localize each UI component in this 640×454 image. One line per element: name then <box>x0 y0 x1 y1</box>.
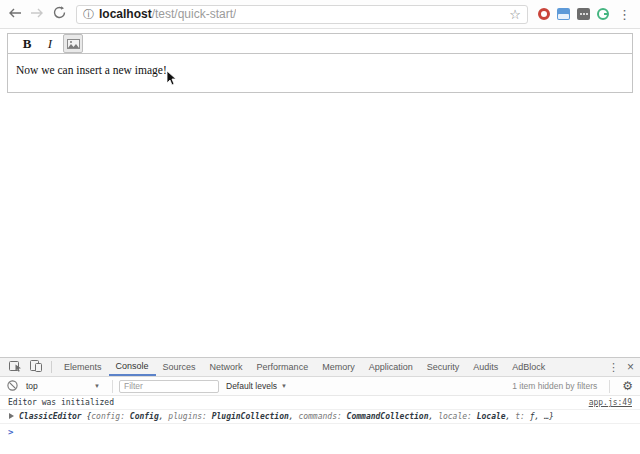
browser-toolbar: ⓘ localhost/test/quick-start/ ☆ ⋮ <box>0 0 640 29</box>
object-preview-part: t: <box>515 412 525 421</box>
blue-window-extension-icon[interactable] <box>557 8 570 20</box>
devtools-tab-elements[interactable]: Elements <box>57 358 109 376</box>
rich-text-editor: B I Now we can insert a new image! <box>7 33 633 93</box>
url-text: localhost/test/quick-start/ <box>99 7 236 21</box>
object-preview-part: , <box>506 412 516 421</box>
italic-button[interactable]: I <box>40 34 60 53</box>
object-preview-part: , <box>159 412 169 421</box>
console-prompt-row[interactable]: > <box>0 424 640 440</box>
inspect-element-button[interactable] <box>5 358 26 376</box>
object-preview-part: commands: <box>298 412 341 421</box>
browser-window: ⓘ localhost/test/quick-start/ ☆ ⋮ B I <box>0 0 640 454</box>
console-object-row: ClassicEditor {config: Config, plugins: … <box>0 410 640 424</box>
page-content: B I Now we can insert a new image! <box>0 29 640 357</box>
object-preview-part: config: <box>91 412 125 421</box>
context-label: top <box>26 381 38 391</box>
chevron-down-icon: ▼ <box>94 383 100 389</box>
devtools-tab-application[interactable]: Application <box>362 358 420 376</box>
browser-menu-icon[interactable]: ⋮ <box>613 8 634 21</box>
object-preview-part: , <box>289 412 299 421</box>
source-location-link[interactable]: app.js:49 <box>589 398 632 407</box>
console-toolbar-right: 1 item hidden by filters ⚙ <box>512 380 633 393</box>
devtools-tab-adblock[interactable]: AdBlock <box>505 358 552 376</box>
clear-console-button[interactable] <box>7 380 18 393</box>
page-info-icon[interactable]: ⓘ <box>83 9 94 20</box>
expand-triangle-icon[interactable] <box>9 413 14 419</box>
console-log-row: Editor was initialized app.js:49 <box>0 396 640 410</box>
devtools-tab-console[interactable]: Console <box>109 358 156 376</box>
object-preview-part: Locale <box>477 412 506 421</box>
chevron-down-icon: ▼ <box>281 383 287 389</box>
object-preview-part: , <box>429 412 439 421</box>
devtools-tabbar: ElementsConsoleSourcesNetworkPerformance… <box>0 358 640 377</box>
back-button[interactable] <box>6 5 24 23</box>
gray-dots-extension-icon[interactable] <box>577 8 590 20</box>
mouse-cursor-pointer <box>166 70 177 90</box>
levels-label: Default levels <box>226 381 277 391</box>
tabbar-separator <box>51 361 52 373</box>
devtools-tab-audits[interactable]: Audits <box>466 358 505 376</box>
object-preview-part: …} <box>544 412 554 421</box>
console-filter-input[interactable] <box>119 380 219 393</box>
object-preview-part: ClassicEditor <box>19 412 86 421</box>
back-arrow-icon <box>8 5 22 23</box>
log-levels-dropdown[interactable]: Default levels ▼ <box>226 381 287 391</box>
forward-arrow-icon <box>30 5 44 23</box>
console-toolbar: top ▼ Default levels ▼ 1 item hidden by … <box>0 377 640 396</box>
object-preview-part: CommandCollection <box>347 412 429 421</box>
devtools-tabs: ElementsConsoleSourcesNetworkPerformance… <box>57 358 552 376</box>
devtools-tab-performance[interactable]: Performance <box>250 358 316 376</box>
device-toolbar-icon <box>30 360 42 374</box>
devtools-tab-network[interactable]: Network <box>203 358 250 376</box>
url-host: localhost <box>99 7 152 21</box>
log-message-text: Editor was initialized <box>8 398 114 407</box>
editor-content-area[interactable]: Now we can insert a new image! <box>7 54 633 93</box>
toolbar-separator <box>112 380 113 393</box>
device-toolbar-button[interactable] <box>26 358 46 376</box>
image-icon <box>67 35 80 53</box>
devtools-tab-security[interactable]: Security <box>420 358 467 376</box>
address-bar[interactable]: ⓘ localhost/test/quick-start/ ☆ <box>76 5 528 24</box>
editor-text: Now we can insert a new image! <box>16 64 167 76</box>
bookmark-star-icon[interactable]: ☆ <box>509 8 521 21</box>
forward-button[interactable] <box>28 5 46 23</box>
bold-button[interactable]: B <box>17 34 37 53</box>
reload-icon <box>53 5 66 23</box>
devtools-menu-icon[interactable]: ⋮ <box>608 361 619 374</box>
devtools-controls: ⋮ × <box>608 358 640 376</box>
devtools-close-icon[interactable]: × <box>627 360 634 374</box>
devtools-tab-memory[interactable]: Memory <box>315 358 362 376</box>
red-ring-extension-icon[interactable] <box>538 8 550 20</box>
object-preview-part: plugins: <box>168 412 207 421</box>
hidden-items-note: 1 item hidden by filters <box>512 381 597 391</box>
extensions-area <box>534 8 613 20</box>
object-preview-part: Config <box>130 412 159 421</box>
object-preview-part: , <box>535 412 545 421</box>
url-path: /test/quick-start/ <box>152 7 237 21</box>
object-preview-part: PluginCollection <box>212 412 289 421</box>
prompt-chevron-icon: > <box>8 427 13 437</box>
editor-toolbar: B I <box>7 33 633 54</box>
inspect-cursor-icon <box>9 360 22 374</box>
green-ring-extension-icon[interactable] <box>597 8 609 20</box>
devtools-tab-sources[interactable]: Sources <box>156 358 203 376</box>
devtools-panel: ElementsConsoleSourcesNetworkPerformance… <box>0 357 640 454</box>
clear-console-icon <box>7 380 18 393</box>
console-settings-gear-icon[interactable]: ⚙ <box>622 380 633 392</box>
object-preview-part: locale: <box>438 412 472 421</box>
console-messages: Editor was initialized app.js:49 Classic… <box>0 396 640 440</box>
toolbar-separator <box>609 380 610 393</box>
reload-button[interactable] <box>50 5 68 23</box>
console-object-preview: ClassicEditor {config: Config, plugins: … <box>19 412 554 421</box>
execution-context-selector[interactable]: top ▼ <box>26 381 100 391</box>
insert-image-button[interactable] <box>63 34 83 53</box>
